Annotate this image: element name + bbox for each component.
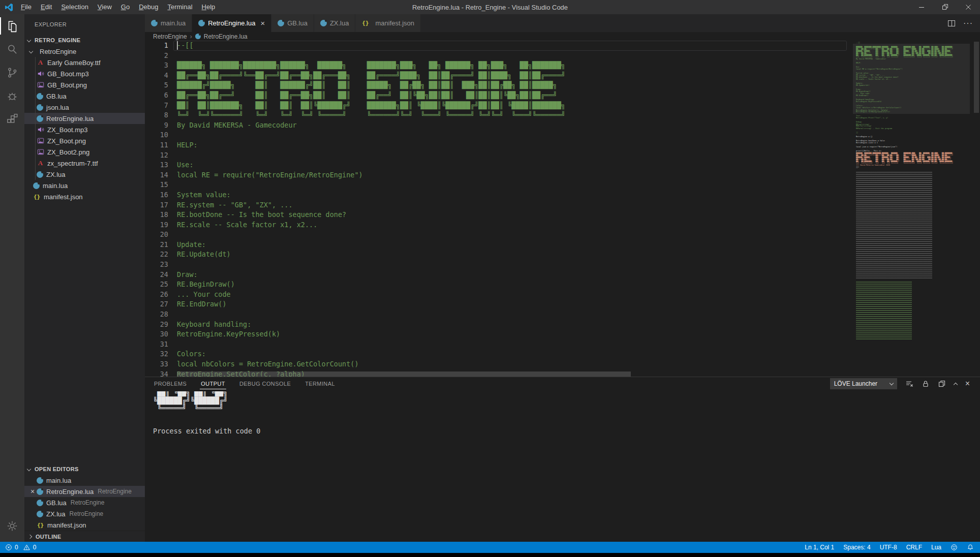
activity-source-control-button[interactable] (0, 61, 24, 84)
outline-header[interactable]: OUTLINE (24, 531, 145, 542)
tab-retroengine-lua[interactable]: RetroEngine.lua× (192, 14, 271, 32)
code-editor[interactable]: 1--[[23██████╗ ███████╗████████╗██████╗ … (145, 41, 980, 377)
tab-main-lua[interactable]: main.lua (145, 14, 192, 32)
code-line-8[interactable]: 8╚═╝ ╚═╝╚══════╝ ╚═╝ ╚═╝ ╚═╝ ╚═════╝ ╚══… (145, 110, 853, 120)
menu-terminal[interactable]: Terminal (163, 0, 197, 14)
line-number[interactable]: 30 (145, 329, 168, 339)
code-line-14[interactable]: 14local RE = require("RetroEngine/RetroE… (145, 170, 853, 180)
code-line-27[interactable]: 27RE.EndDraw() (145, 299, 853, 310)
tree-item-manifest-json[interactable]: {}manifest.json (24, 191, 145, 202)
line-number[interactable]: 10 (145, 130, 168, 140)
code-line-15[interactable]: 15 (145, 180, 853, 190)
tab-zx-lua[interactable]: ZX.lua (314, 14, 356, 32)
code-line-16[interactable]: 16System value: (145, 190, 853, 200)
menu-go[interactable]: Go (116, 0, 134, 14)
code-line-5[interactable]: 5██████╔╝█████╗ ██║ ██████╔╝██║ ██║ ████… (145, 80, 853, 90)
tab-gb-lua[interactable]: GB.lua (271, 14, 314, 32)
code-line-30[interactable]: 30RetroEngine.KeyPressed(k) (145, 329, 853, 339)
code-line-4[interactable]: 4██╔══██╗██╔════╝╚══██╔══╝██╔══██╗██╔═══… (145, 71, 853, 81)
line-number[interactable]: 4 (145, 71, 168, 81)
open-in-editor-button[interactable] (938, 380, 946, 388)
open-editors-header[interactable]: OPEN EDITORS (24, 463, 145, 475)
line-number[interactable]: 1 (145, 41, 168, 51)
line-number[interactable]: 17 (145, 200, 168, 210)
code-line-3[interactable]: 3██████╗ ███████╗████████╗██████╗ ██████… (145, 60, 853, 71)
code-line-9[interactable]: 9By David MEKERSA - Gamecodeur (145, 120, 853, 131)
line-number[interactable]: 27 (145, 299, 168, 310)
line-number[interactable]: 9 (145, 120, 168, 131)
line-number[interactable]: 18 (145, 210, 168, 220)
menu-file[interactable]: File (16, 0, 36, 14)
code-line-22[interactable]: 22RE.Update(dt) (145, 250, 853, 260)
close-tab-icon[interactable]: × (260, 19, 265, 27)
tab-manifest-json[interactable]: {}manifest.json (355, 14, 421, 32)
menu-help[interactable]: Help (197, 0, 220, 14)
tree-item-zx-boot2-png[interactable]: ZX_Boot2.png (24, 146, 145, 158)
line-number[interactable]: 16 (145, 190, 168, 200)
problems-status[interactable]: 0 0 (0, 544, 36, 551)
code-line-1[interactable]: 1--[[ (145, 41, 853, 51)
code-line-21[interactable]: 21Update: (145, 240, 853, 250)
clear-output-button[interactable] (905, 380, 913, 388)
breadcrumb-file[interactable]: RetroEngine.lua (204, 33, 248, 40)
code-line-12[interactable]: 12 (145, 150, 853, 161)
tree-item-zx-boot-mp3[interactable]: ZX_Boot.mp3 (24, 124, 145, 135)
close-panel-button[interactable]: × (965, 379, 970, 388)
line-number[interactable]: 26 (145, 290, 168, 300)
line-number[interactable]: 12 (145, 150, 168, 161)
maximize-panel-button[interactable] (954, 382, 957, 386)
output-channel-select[interactable]: LÖVE Launcher (830, 378, 897, 389)
code-line-23[interactable]: 23 (145, 260, 853, 270)
open-editor-retroengine-lua[interactable]: ×RetroEngine.luaRetroEngine (24, 486, 145, 497)
minimap[interactable]: --[[ ██████╗ ███████╗████████╗██████╗ ██… (853, 41, 970, 377)
code-line-33[interactable]: 33local nbColors = RetroEngine.GetColorC… (145, 359, 853, 369)
open-editor-gb-lua[interactable]: GB.luaRetroEngine (24, 497, 145, 508)
section-header-root[interactable]: RETRO_ENGINE (24, 35, 145, 46)
tree-item-retroengine[interactable]: RetroEngine (24, 46, 145, 57)
code-line-18[interactable]: 18RE.bootDone -- Is the boot sequence do… (145, 210, 853, 220)
horizontal-scrollbar[interactable] (177, 372, 631, 377)
line-number[interactable]: 22 (145, 250, 168, 260)
tree-item-early-gameboy-ttf[interactable]: AEarly GameBoy.ttf (24, 57, 145, 68)
code-line-11[interactable]: 11HELP: (145, 140, 853, 150)
line-number[interactable]: 32 (145, 349, 168, 359)
tree-item-json-lua[interactable]: json.lua (24, 102, 145, 113)
status-spaces-4[interactable]: Spaces: 4 (843, 544, 870, 551)
line-number[interactable]: 33 (145, 359, 168, 369)
line-number[interactable]: 29 (145, 320, 168, 330)
code-line-13[interactable]: 13Use: (145, 160, 853, 170)
line-number[interactable]: 5 (145, 80, 168, 90)
tree-item-zx-lua[interactable]: ZX.lua (24, 169, 145, 180)
code-line-32[interactable]: 32Colors: (145, 349, 853, 359)
line-number[interactable]: 6 (145, 90, 168, 101)
open-editor-manifest-json[interactable]: {}manifest.json (24, 519, 145, 531)
tree-item-zx-spectrum-7-ttf[interactable]: Azx_spectrum-7.ttf (24, 158, 145, 169)
code-line-17[interactable]: 17RE.system -- "GB", "ZX", ... (145, 200, 853, 210)
panel-tab-debug-console[interactable]: DEBUG CONSOLE (238, 379, 292, 389)
feedback-button[interactable] (951, 544, 958, 551)
line-number[interactable]: 8 (145, 110, 168, 120)
tree-item-gb-boot-png[interactable]: GB_Boot.png (24, 79, 145, 90)
line-number[interactable]: 23 (145, 260, 168, 270)
panel-tab-problems[interactable]: PROBLEMS (153, 379, 188, 389)
vertical-scrollbar[interactable] (973, 41, 980, 377)
code-line-6[interactable]: 6██╔══██╗██╔══╝ ██║ ██╔══██╗██║ ██║ ██╔═… (145, 90, 853, 101)
activity-debug-button[interactable] (0, 84, 24, 108)
tree-item-main-lua[interactable]: main.lua (24, 180, 145, 191)
status-utf-8[interactable]: UTF-8 (880, 544, 897, 551)
activity-extensions-button[interactable] (0, 108, 24, 131)
tree-item-gb-boot-mp3[interactable]: GB_Boot.mp3 (24, 68, 145, 79)
activity-explorer-button[interactable] (0, 14, 24, 38)
close-window-button[interactable] (957, 0, 980, 14)
tree-item-gb-lua[interactable]: GB.lua (24, 90, 145, 102)
tree-item-zx-boot-png[interactable]: ZX_Boot.png (24, 135, 145, 146)
code-line-19[interactable]: 19RE.scale -- Scale factor x1, x2... (145, 220, 853, 230)
status-lua[interactable]: Lua (931, 544, 941, 551)
line-number[interactable]: 31 (145, 339, 168, 350)
line-number[interactable]: 20 (145, 230, 168, 240)
line-number[interactable]: 28 (145, 310, 168, 320)
code-line-10[interactable]: 10 (145, 130, 853, 140)
activity-search-button[interactable] (0, 38, 24, 61)
line-number[interactable]: 3 (145, 60, 168, 71)
code-line-28[interactable]: 28 (145, 310, 853, 320)
